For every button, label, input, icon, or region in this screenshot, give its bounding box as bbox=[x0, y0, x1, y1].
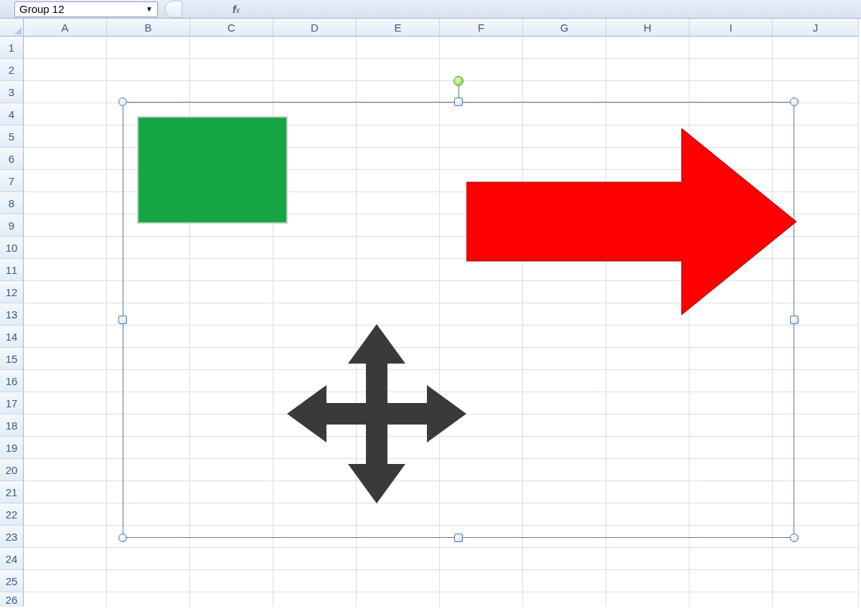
cell[interactable] bbox=[107, 348, 190, 370]
row-header[interactable]: 20 bbox=[0, 459, 24, 481]
row-header[interactable]: 13 bbox=[0, 303, 24, 326]
cell[interactable] bbox=[273, 59, 357, 81]
cell[interactable] bbox=[690, 548, 773, 570]
cell[interactable] bbox=[273, 526, 357, 548]
cell[interactable] bbox=[273, 592, 357, 607]
column-header[interactable]: B bbox=[107, 19, 190, 37]
cell[interactable] bbox=[606, 81, 690, 103]
cell[interactable] bbox=[773, 326, 859, 348]
resize-handle-n[interactable] bbox=[454, 98, 463, 106]
cell[interactable] bbox=[690, 526, 773, 548]
cell[interactable] bbox=[190, 303, 273, 326]
cell[interactable] bbox=[190, 481, 273, 503]
cell[interactable] bbox=[357, 125, 440, 148]
cell[interactable] bbox=[606, 437, 690, 459]
cell[interactable] bbox=[107, 459, 190, 481]
cell[interactable] bbox=[440, 548, 523, 570]
cell[interactable] bbox=[690, 370, 773, 392]
cell[interactable] bbox=[107, 548, 190, 570]
cell[interactable] bbox=[357, 303, 440, 326]
cell[interactable] bbox=[273, 503, 357, 526]
cell[interactable] bbox=[773, 37, 859, 59]
shape-green-rectangle[interactable] bbox=[137, 116, 288, 224]
cell[interactable] bbox=[107, 592, 190, 607]
cell[interactable] bbox=[606, 348, 690, 370]
row-header[interactable]: 2 bbox=[0, 59, 24, 81]
cell[interactable] bbox=[690, 570, 773, 592]
cell[interactable] bbox=[24, 103, 107, 125]
cell[interactable] bbox=[606, 592, 690, 607]
cell[interactable] bbox=[606, 548, 690, 570]
cell[interactable] bbox=[523, 503, 606, 526]
column-header[interactable]: G bbox=[523, 19, 606, 37]
cell[interactable] bbox=[273, 303, 357, 326]
cell[interactable] bbox=[773, 503, 859, 526]
cell[interactable] bbox=[440, 503, 523, 526]
cell[interactable] bbox=[24, 237, 107, 259]
cell[interactable] bbox=[357, 259, 440, 281]
row-header[interactable]: 22 bbox=[0, 503, 24, 526]
cell[interactable] bbox=[606, 326, 690, 348]
row-header[interactable]: 21 bbox=[0, 481, 24, 503]
cell[interactable] bbox=[357, 170, 440, 192]
row-header[interactable]: 5 bbox=[0, 125, 24, 148]
row-header[interactable]: 7 bbox=[0, 170, 24, 192]
cell[interactable] bbox=[606, 103, 690, 125]
cell[interactable] bbox=[24, 526, 107, 548]
cell[interactable] bbox=[24, 348, 107, 370]
column-header[interactable]: A bbox=[24, 19, 107, 37]
cell[interactable] bbox=[107, 37, 190, 59]
column-header[interactable]: D bbox=[273, 19, 357, 37]
cell[interactable] bbox=[773, 437, 859, 459]
cell[interactable] bbox=[523, 526, 606, 548]
insert-function-icon[interactable]: fx bbox=[232, 3, 240, 15]
cell[interactable] bbox=[523, 570, 606, 592]
cell[interactable] bbox=[606, 570, 690, 592]
row-header[interactable]: 6 bbox=[0, 148, 24, 170]
cell[interactable] bbox=[440, 592, 523, 607]
cell[interactable] bbox=[357, 59, 440, 81]
cell[interactable] bbox=[440, 103, 523, 125]
cell[interactable] bbox=[690, 414, 773, 437]
row-header[interactable]: 19 bbox=[0, 437, 24, 459]
row-header[interactable]: 12 bbox=[0, 281, 24, 303]
column-header[interactable]: J bbox=[773, 19, 859, 37]
cell[interactable] bbox=[523, 592, 606, 607]
row-header[interactable]: 1 bbox=[0, 37, 24, 59]
cell[interactable] bbox=[190, 370, 273, 392]
cell[interactable] bbox=[24, 481, 107, 503]
cell[interactable] bbox=[773, 414, 859, 437]
cell[interactable] bbox=[357, 81, 440, 103]
resize-handle-ne[interactable] bbox=[790, 98, 799, 106]
cell[interactable] bbox=[107, 326, 190, 348]
select-all-corner[interactable] bbox=[0, 19, 24, 37]
cell[interactable] bbox=[357, 570, 440, 592]
cell[interactable] bbox=[24, 281, 107, 303]
cell[interactable] bbox=[24, 503, 107, 526]
cell[interactable] bbox=[606, 392, 690, 414]
cell[interactable] bbox=[690, 59, 773, 81]
resize-handle-se[interactable] bbox=[790, 534, 799, 542]
cell[interactable] bbox=[24, 170, 107, 192]
resize-handle-e[interactable] bbox=[790, 316, 799, 324]
row-header[interactable]: 11 bbox=[0, 259, 24, 281]
cell[interactable] bbox=[107, 237, 190, 259]
column-header[interactable]: I bbox=[690, 19, 773, 37]
cell[interactable] bbox=[773, 548, 859, 570]
cell[interactable] bbox=[107, 281, 190, 303]
cell[interactable] bbox=[24, 59, 107, 81]
cell[interactable] bbox=[690, 459, 773, 481]
cell[interactable] bbox=[690, 392, 773, 414]
column-header[interactable]: E bbox=[357, 19, 440, 37]
row-header[interactable]: 18 bbox=[0, 414, 24, 437]
row-header[interactable]: 8 bbox=[0, 192, 24, 214]
cell[interactable] bbox=[24, 570, 107, 592]
cell[interactable] bbox=[357, 526, 440, 548]
cell[interactable] bbox=[606, 503, 690, 526]
row-header[interactable]: 24 bbox=[0, 548, 24, 570]
cell[interactable] bbox=[773, 370, 859, 392]
resize-handle-nw[interactable] bbox=[118, 98, 127, 106]
cell[interactable] bbox=[24, 148, 107, 170]
cell[interactable] bbox=[24, 259, 107, 281]
row-header[interactable]: 15 bbox=[0, 348, 24, 370]
